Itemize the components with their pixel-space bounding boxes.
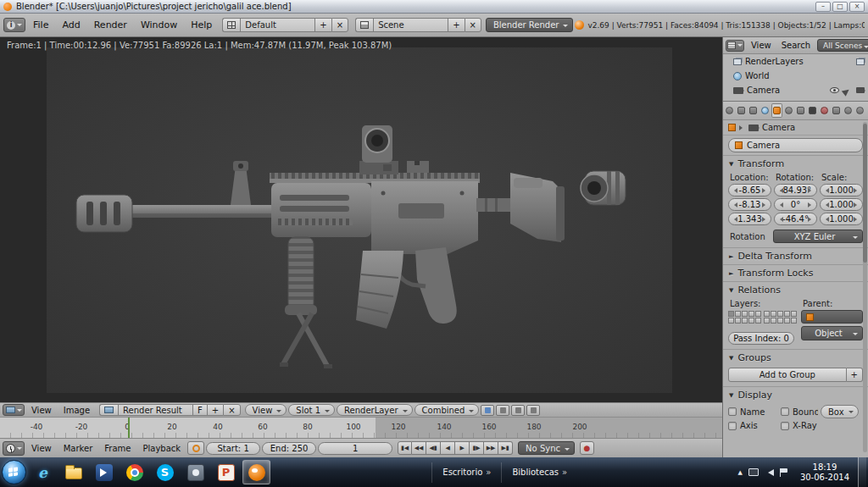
scrollbar-thumb[interactable] [863, 124, 867, 263]
image-menu-view[interactable]: View [26, 405, 57, 416]
audio-sync-dropdown[interactable]: No Sync [518, 441, 575, 455]
tray-expand-icon[interactable]: ▲ [737, 469, 742, 476]
outliner-editor-type-button[interactable] [726, 40, 744, 52]
taskbar-skype[interactable]: S [151, 460, 179, 484]
render-pass-dropdown[interactable]: Combined [415, 404, 480, 416]
tab-world[interactable] [760, 103, 771, 118]
image-editor-viewport[interactable]: Frame:1 | Time:00:12.96 | Ve:77951 Fa:89… [0, 37, 722, 402]
tab-particles[interactable] [843, 103, 854, 118]
menu-add[interactable]: Add [56, 18, 86, 32]
render-slot-dropdown[interactable]: Slot 1 [288, 404, 335, 416]
show-desktop-button[interactable] [858, 457, 866, 487]
renderlayers-filter-icon[interactable] [856, 58, 865, 65]
scale-z-field[interactable]: 1.000 [820, 213, 863, 225]
next-keyframe-button[interactable]: ▶▶ [484, 441, 498, 455]
taskbar-generic-app[interactable] [181, 460, 209, 484]
tab-object-data[interactable] [807, 103, 818, 118]
render-engine-select[interactable]: Blender Render [486, 18, 574, 32]
preview-range-toggle[interactable] [187, 441, 204, 455]
taskbar-blender[interactable] [242, 460, 270, 484]
menu-window[interactable]: Window [135, 18, 183, 32]
properties-scrollbar[interactable] [863, 122, 867, 452]
delete-layout-button[interactable]: × [331, 18, 348, 32]
play-button[interactable]: ▶ [455, 441, 470, 455]
transform-locks-panel-header[interactable]: ► Transform Locks [723, 264, 868, 281]
image-menu-image[interactable]: Image [58, 405, 95, 416]
image-view-dropdown[interactable]: View [245, 404, 287, 416]
close-button[interactable]: × [849, 2, 865, 12]
outliner-display-mode[interactable]: All Scenes [817, 39, 868, 52]
scale-x-field[interactable]: 1.000 [820, 184, 863, 196]
info-editor-type-button[interactable]: i [3, 18, 25, 32]
volume-tray-icon[interactable] [765, 469, 774, 476]
browse-images-button[interactable] [99, 404, 118, 416]
selectability-toggle-icon[interactable] [842, 85, 854, 97]
taskbar-powerpoint[interactable]: P [212, 460, 240, 484]
tab-scene[interactable] [748, 103, 759, 118]
object-name-field[interactable]: Camera [728, 138, 863, 152]
outliner-item-renderlayers[interactable]: RenderLayers [723, 54, 868, 69]
location-z-field[interactable]: 1.343 [728, 213, 771, 225]
toolbar-escritorio[interactable]: Escritorio » [437, 468, 496, 477]
delete-scene-button[interactable]: × [465, 18, 481, 32]
minimize-button[interactable]: – [815, 2, 831, 12]
visibility-toggle-icon[interactable] [830, 87, 839, 93]
jump-to-start-button[interactable]: ▮◀ [398, 441, 412, 455]
record-button[interactable]: ● [580, 441, 594, 455]
tab-render-layers[interactable] [736, 103, 747, 118]
timeline-editor-type-button[interactable] [3, 441, 25, 456]
next-frame-button[interactable]: ▮▶ [470, 441, 484, 455]
tab-modifiers[interactable] [795, 103, 806, 118]
rotation-mode-select[interactable]: XYZ Euler [773, 230, 863, 243]
scale-y-field[interactable]: 1.000 [820, 198, 863, 211]
add-group-plus-button[interactable]: + [847, 368, 863, 382]
browse-scenes-button[interactable] [355, 18, 373, 32]
toolbar-bibliotecas[interactable]: Bibliotecas » [507, 468, 572, 477]
timeline-menu-view[interactable]: View [26, 442, 57, 455]
parent-object-field[interactable] [801, 310, 863, 324]
current-frame-marker[interactable] [128, 418, 130, 438]
timeline-menu-marker[interactable]: Marker [58, 442, 98, 455]
display-axis-checkbox[interactable]: Axis [728, 421, 777, 430]
prev-frame-button[interactable]: ◀▮ [426, 441, 441, 455]
tab-physics[interactable] [854, 103, 865, 118]
tab-material[interactable] [819, 103, 830, 118]
browse-layouts-button[interactable] [222, 18, 240, 32]
rotation-x-field[interactable]: -84.93° [774, 184, 817, 196]
channel-z-toggle[interactable] [526, 405, 540, 416]
outliner-item-world[interactable]: World [723, 69, 868, 83]
start-button[interactable] [2, 460, 26, 484]
taskbar-clock[interactable]: 18:19 30-06-2014 [794, 462, 855, 483]
frame-end-field[interactable]: End: 250 [262, 442, 316, 455]
layer-grid[interactable] [728, 311, 797, 324]
chevron-icon[interactable]: » [562, 468, 567, 477]
outliner-item-camera[interactable]: Camera [723, 83, 868, 97]
taskbar-media-player[interactable] [90, 460, 118, 484]
timeline-menu-playback[interactable]: Playback [137, 442, 186, 455]
render-layer-dropdown[interactable]: RenderLayer [337, 404, 412, 416]
menu-file[interactable]: File [27, 18, 54, 32]
scene-name[interactable]: Scene [373, 18, 448, 32]
action-center-tray-icon[interactable] [780, 468, 787, 477]
taskbar-internet-explorer[interactable]: e [29, 460, 57, 484]
jump-to-end-button[interactable]: ▶▮ [498, 441, 513, 455]
current-frame-field[interactable]: 1 [318, 442, 392, 455]
menu-help[interactable]: Help [185, 18, 218, 32]
delta-transform-panel-header[interactable]: ► Delta Transform [723, 247, 868, 264]
relations-panel-header[interactable]: ▼ Relations [723, 281, 868, 298]
prev-keyframe-button[interactable]: ◀◀ [412, 441, 426, 455]
window-titlebar[interactable]: Blender* [C:\Users\juanjo\Pictures\proje… [0, 0, 868, 14]
parent-type-select[interactable]: Object [801, 326, 863, 340]
image-datablock-name[interactable]: Render Result [118, 404, 192, 416]
tab-texture[interactable] [831, 103, 842, 118]
bounds-type-select[interactable]: Box [821, 405, 859, 418]
new-image-button[interactable]: + [207, 404, 223, 416]
channel-color-alpha-toggle[interactable] [481, 405, 494, 416]
location-y-field[interactable]: -8.13 [728, 198, 771, 211]
add-layout-button[interactable]: + [314, 18, 331, 32]
add-scene-button[interactable]: + [448, 18, 464, 32]
display-bounds-checkbox[interactable]: Bounds [781, 407, 818, 417]
tab-constraints[interactable] [783, 103, 794, 118]
display-name-checkbox[interactable]: Name [728, 407, 777, 417]
location-x-field[interactable]: -8.65 [728, 184, 771, 196]
